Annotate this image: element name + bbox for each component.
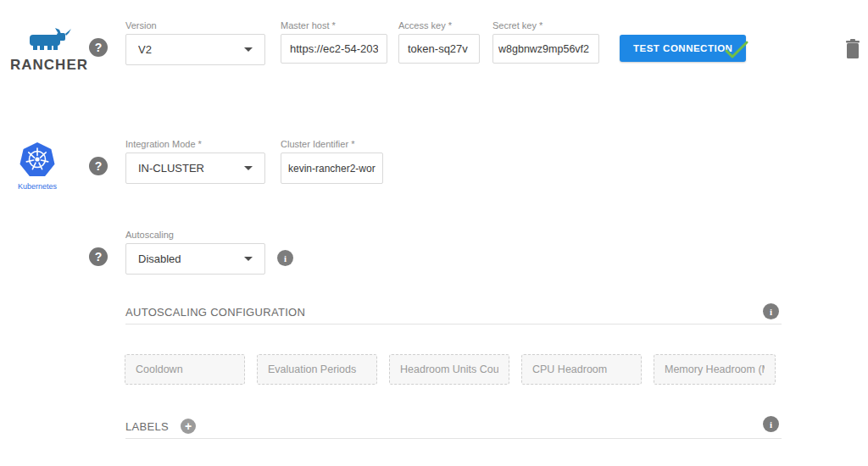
autoscaling-info-icon[interactable]: i: [277, 250, 293, 266]
rancher-logo: RANCHER: [10, 28, 88, 74]
integration-mode-field-group: Integration Mode * IN-CLUSTER: [125, 139, 265, 184]
connection-success-check-icon: [725, 41, 748, 59]
master-host-field-group: Master host *: [281, 20, 387, 64]
cluster-identifier-label: Cluster Identifier *: [281, 139, 383, 149]
kubernetes-logo-label: Kubernetes: [15, 182, 59, 191]
version-label: Version: [125, 20, 265, 31]
labels-title: LABELS: [125, 420, 169, 433]
secret-key-input[interactable]: [492, 34, 599, 64]
cluster-identifier-input[interactable]: [281, 153, 383, 184]
master-host-label: Master host *: [281, 20, 387, 31]
kubernetes-logo: Kubernetes: [15, 142, 59, 191]
autoscaling-configuration-info-icon[interactable]: i: [763, 303, 779, 319]
labels-info-icon[interactable]: i: [763, 416, 779, 432]
kubernetes-help-icon[interactable]: ?: [89, 157, 108, 175]
autoscaling-select[interactable]: Disabled: [125, 243, 265, 275]
kubernetes-helm-icon: [19, 142, 56, 178]
autoscaling-configuration-divider: [125, 324, 782, 325]
evaluation-periods-input: [257, 354, 377, 385]
autoscaling-value: Disabled: [138, 252, 237, 265]
delete-trash-icon[interactable]: [845, 39, 860, 59]
rancher-wordmark: RANCHER: [10, 57, 88, 74]
version-field-group: Version V2: [125, 20, 265, 65]
secret-key-field-group: Secret key *: [492, 20, 599, 64]
integration-mode-label: Integration Mode *: [125, 139, 265, 149]
version-value: V2: [138, 43, 237, 56]
version-select[interactable]: V2: [125, 34, 265, 65]
chevron-down-icon: [244, 166, 253, 170]
chevron-down-icon: [244, 257, 253, 261]
integration-mode-select[interactable]: IN-CLUSTER: [125, 153, 265, 184]
headroom-units-count-input: [389, 354, 509, 385]
integration-mode-value: IN-CLUSTER: [138, 162, 237, 175]
autoscaling-field-group: Autoscaling Disabled: [125, 230, 265, 275]
secret-key-label: Secret key *: [492, 20, 599, 31]
chevron-down-icon: [244, 47, 253, 52]
access-key-field-group: Access key *: [398, 20, 480, 64]
cluster-identifier-field-group: Cluster Identifier *: [281, 139, 383, 184]
cpu-headroom-input: [521, 354, 642, 385]
autoscaling-help-icon[interactable]: ?: [89, 247, 108, 266]
access-key-label: Access key *: [398, 20, 480, 31]
labels-divider: [125, 438, 782, 439]
autoscaling-label: Autoscaling: [125, 230, 265, 240]
add-label-button[interactable]: +: [181, 419, 196, 434]
rancher-bull-icon: [26, 28, 72, 52]
autoscaling-configuration-title: AUTOSCALING CONFIGURATION: [125, 306, 305, 319]
memory-headroom-input: [654, 354, 776, 385]
master-host-input[interactable]: [281, 34, 387, 64]
cooldown-input: [125, 354, 245, 385]
access-key-input[interactable]: [398, 34, 480, 64]
rancher-help-icon[interactable]: ?: [89, 38, 108, 57]
spotinst-cluster-integration-form: RANCHER ? Version V2 Master host * Acces…: [0, 0, 868, 466]
